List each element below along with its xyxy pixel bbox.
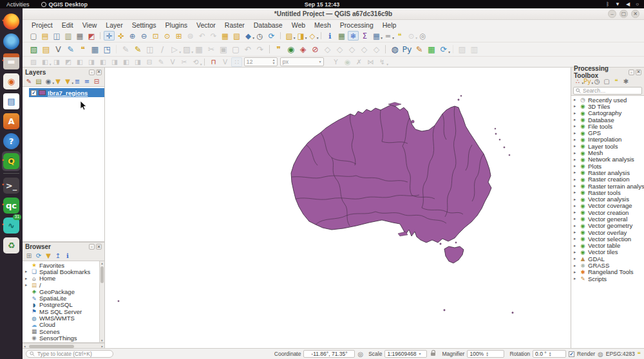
Database[interactable]: ▸ ◉ Database bbox=[571, 116, 644, 123]
thunderbird-icon[interactable] bbox=[2, 32, 21, 51]
browser-vertical-scrollbar[interactable]: ▴▾ bbox=[99, 261, 104, 342]
mesh-tool-9-icon[interactable]: ◨ bbox=[133, 57, 144, 67]
processing-search-input[interactable]: Search… bbox=[573, 87, 642, 95]
Mesh[interactable]: Mesh bbox=[310, 21, 335, 29]
advanced-arrow-icon[interactable]: ↯ bbox=[377, 57, 388, 67]
mesh-tool-7-icon[interactable]: ◨ bbox=[109, 57, 120, 67]
Vector[interactable]: Vector bbox=[193, 21, 220, 29]
vertex-tool-icon[interactable]: ▷ bbox=[169, 44, 180, 55]
libreoffice-writer-icon[interactable]: ▤ bbox=[2, 91, 21, 111]
python-console-icon[interactable]: Py bbox=[401, 44, 413, 55]
annotation-pin-icon[interactable]: ⊟ bbox=[144, 57, 155, 67]
Processing[interactable]: Processing bbox=[336, 21, 377, 29]
Plugins[interactable]: Plugins bbox=[162, 21, 191, 29]
new-map-view-icon[interactable]: ▦ bbox=[220, 31, 231, 41]
GeoPackage[interactable]: ◈ GeoPackage bbox=[23, 288, 104, 295]
Vector general[interactable]: ▸ ◉ Vector general bbox=[571, 216, 644, 222]
collapse-browser-icon[interactable]: ↥ bbox=[53, 252, 62, 260]
minimize-button[interactable]: – bbox=[608, 10, 616, 18]
add-wms-layer-icon[interactable]: ◳ bbox=[102, 44, 113, 55]
zoom-full-icon[interactable]: ⊡ bbox=[150, 31, 161, 41]
models-menu-icon[interactable]: ∴ bbox=[573, 77, 582, 86]
ubuntu-software-icon[interactable]: A bbox=[2, 111, 21, 131]
label-show-hide-icon[interactable]: ◇ bbox=[322, 44, 334, 55]
magnifier-spinbox[interactable]: 100%▴▾ bbox=[467, 350, 504, 358]
mesh-tool-8-icon[interactable]: ◧ bbox=[121, 57, 132, 67]
redo-icon[interactable]: ↷ bbox=[254, 44, 266, 55]
mesh-scissors-icon[interactable]: ✂ bbox=[179, 57, 190, 67]
Database[interactable]: Database bbox=[250, 21, 287, 29]
mesh-tool-4-icon[interactable]: ◧ bbox=[75, 57, 86, 67]
Raster creation[interactable]: ▸ ◉ Raster creation bbox=[571, 176, 644, 183]
modify-attributes-icon[interactable]: ▨ bbox=[181, 44, 193, 55]
scale-combobox[interactable]: 1:19609468▾ bbox=[384, 350, 427, 358]
browser-close-button[interactable]: ✕ bbox=[96, 244, 102, 250]
log-pencil-icon[interactable]: ✎ bbox=[413, 44, 425, 55]
Scenes[interactable]: ▦ Scenes bbox=[23, 328, 104, 335]
layer-visibility-checkbox[interactable]: ✓ bbox=[31, 90, 37, 96]
Scripts[interactable]: ▸ ✎ Scripts bbox=[571, 275, 644, 282]
add-delimited-text-icon[interactable]: ❝ bbox=[77, 44, 89, 55]
close-button[interactable]: ✕ bbox=[631, 10, 639, 18]
label-properties-icon[interactable]: ◇ bbox=[371, 44, 383, 55]
options-icon[interactable]: ✱ bbox=[621, 77, 630, 86]
maximize-button[interactable]: ▢ bbox=[620, 10, 628, 18]
mesh-tool-1-icon[interactable]: ◧ bbox=[40, 57, 51, 67]
toggle-editing-icon[interactable]: ✎ bbox=[132, 44, 144, 55]
MS SQL Server[interactable]: ⚑ MS SQL Server bbox=[23, 308, 104, 315]
power-icon[interactable]: ○ bbox=[636, 1, 639, 7]
processing-close-button[interactable]: ✕ bbox=[636, 69, 641, 75]
zoom-out-icon[interactable]: ⊖ bbox=[138, 31, 149, 41]
map-tips-icon[interactable]: ❝ bbox=[394, 31, 405, 41]
pan-map-icon[interactable]: ✛ bbox=[104, 31, 115, 41]
select-by-value-icon[interactable]: ◨ bbox=[296, 31, 307, 41]
zoom-native-icon[interactable]: ⊚ bbox=[185, 31, 196, 41]
Vector selection[interactable]: ▸ ◉ Vector selection bbox=[571, 235, 644, 242]
GPS[interactable]: ▸ ◉ GPS bbox=[571, 129, 644, 136]
processing-toggle-icon[interactable]: ▦ bbox=[426, 44, 437, 55]
history-icon[interactable]: ◷ bbox=[592, 77, 601, 86]
SpatiaLite[interactable]: ✎ SpatiaLite bbox=[23, 295, 104, 301]
new-3d-map-view-icon[interactable]: ▧ bbox=[231, 31, 242, 41]
label-rotate-icon[interactable]: ◇ bbox=[346, 44, 358, 55]
cut-features-icon[interactable]: ✂ bbox=[205, 44, 217, 55]
trash-icon[interactable]: ♻ bbox=[2, 235, 21, 255]
project-new-icon[interactable]: ▢ bbox=[28, 31, 39, 41]
Raster[interactable]: Raster bbox=[221, 21, 249, 29]
messages-icon[interactable]: ❝ bbox=[638, 351, 641, 358]
add-postgis-layer-icon[interactable]: ▦ bbox=[90, 44, 101, 55]
PostgreSQL[interactable]: ◗ PostgreSQL bbox=[23, 302, 104, 308]
Cloud[interactable]: ☁ Cloud bbox=[23, 322, 104, 328]
GDAL[interactable]: ▸ ▲ GDAL bbox=[571, 255, 644, 262]
layers-float-button[interactable]: ▫ bbox=[89, 69, 95, 75]
delete-selected-icon[interactable]: ▦ bbox=[193, 44, 205, 55]
mesh-tool-6-icon[interactable]: ◧ bbox=[98, 57, 109, 67]
Home[interactable]: ▸ ⌂ Home bbox=[23, 275, 104, 282]
mesh-tool-3-icon[interactable]: ◩ bbox=[63, 57, 74, 67]
metasearch-icon[interactable]: ◍ bbox=[389, 44, 401, 55]
processing-float-button[interactable]: ▫ bbox=[629, 69, 634, 75]
Project[interactable]: Project bbox=[28, 21, 57, 29]
filter-legend-icon[interactable]: ▼ bbox=[53, 77, 62, 86]
search-layers-icon[interactable]: ⊙ bbox=[406, 31, 417, 41]
Vector analysis[interactable]: ▸ ◉ Vector analysis bbox=[571, 196, 644, 202]
remove-layer-icon[interactable]: ⊟ bbox=[92, 77, 101, 86]
project-open-icon[interactable]: ▤ bbox=[40, 31, 51, 41]
add-selected-layers-icon[interactable]: ⊞ bbox=[24, 252, 33, 260]
File tools[interactable]: ▸ ◉ File tools bbox=[571, 123, 644, 129]
Raster tools[interactable]: ▸ ◉ Raster tools bbox=[571, 189, 644, 196]
Edit[interactable]: Edit bbox=[58, 21, 77, 29]
zoom-to-layer-icon[interactable]: ⊞ bbox=[173, 31, 184, 41]
unit-combobox[interactable]: px▾ bbox=[280, 57, 324, 66]
add-group-icon[interactable]: ▤ bbox=[34, 77, 43, 86]
3D Tiles[interactable]: ▸ ◉ 3D Tiles bbox=[571, 103, 644, 109]
refresh-browser-icon[interactable]: ⟳ bbox=[34, 252, 43, 260]
plugin-refresh-icon[interactable]: ⟳ bbox=[438, 44, 450, 55]
add-raster-layer-icon[interactable]: V bbox=[53, 44, 64, 55]
Spatial Bookmarks[interactable]: ▸ ❏ Spatial Bookmarks bbox=[23, 268, 104, 275]
data-source-manager-icon[interactable]: ▧ bbox=[28, 44, 40, 55]
refresh-map-icon[interactable]: ⟳ bbox=[266, 31, 277, 41]
open-attribute-table-icon[interactable]: ▦ bbox=[336, 31, 347, 41]
undo-icon[interactable]: ↶ bbox=[242, 44, 254, 55]
WMS/WMTS[interactable]: ◍ WMS/WMTS bbox=[23, 315, 104, 321]
